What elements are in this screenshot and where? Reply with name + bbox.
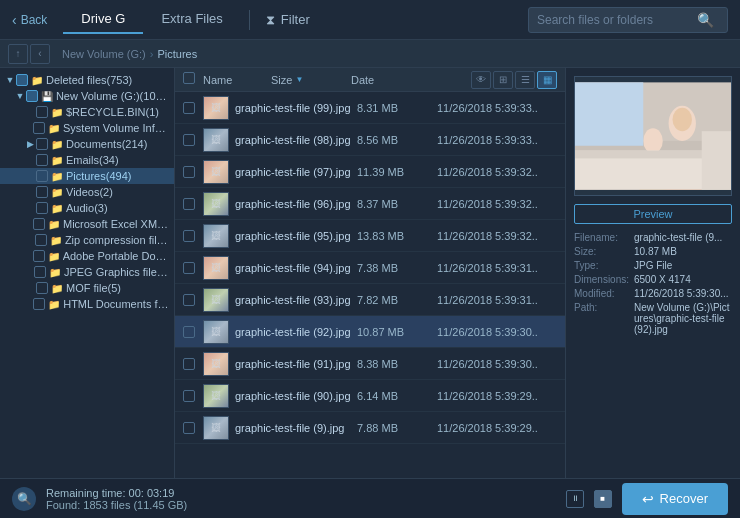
tab-drive-g[interactable]: Drive G [63, 5, 143, 34]
file-check-box[interactable] [183, 198, 195, 210]
recover-button[interactable]: ↩ Recover [622, 483, 728, 515]
tree-item-jpeg[interactable]: 📁JPEG Graphics file(233) [0, 264, 174, 280]
file-check-box[interactable] [183, 422, 195, 434]
tree-item-docs[interactable]: ▶📁Documents(214) [0, 136, 174, 152]
file-checkbox[interactable] [183, 262, 203, 274]
file-row[interactable]: 🖼graphic-test-file (96).jpg8.37 MB11/26/… [175, 188, 565, 220]
search-button[interactable]: 🔍 [697, 12, 714, 28]
tree-toggle-deleted[interactable]: ▼ [4, 75, 16, 85]
file-check-box[interactable] [183, 294, 195, 306]
file-row[interactable]: 🖼graphic-test-file (99).jpg8.31 MB11/26/… [175, 92, 565, 124]
file-name: graphic-test-file (9).jpg [235, 422, 357, 434]
tree-checkbox-excel[interactable] [33, 218, 45, 230]
filter-button[interactable]: ⧗ Filter [258, 8, 318, 32]
file-row[interactable]: 🖼graphic-test-file (91).jpg8.38 MB11/26/… [175, 348, 565, 380]
breadcrumb-up-button[interactable]: ↑ [8, 44, 28, 64]
file-row[interactable]: 🖼graphic-test-file (93).jpg7.82 MB11/26/… [175, 284, 565, 316]
tree-checkbox-zip[interactable] [35, 234, 47, 246]
tree-checkbox-videos[interactable] [36, 186, 48, 198]
col-header-date[interactable]: Date [351, 74, 471, 86]
preview-view-btn[interactable]: 👁 [471, 71, 491, 89]
tree-item-pictures[interactable]: 📁Pictures(494) [0, 168, 174, 184]
pause-button[interactable]: ⏸ [566, 490, 584, 508]
file-check-box[interactable] [183, 102, 195, 114]
tree-checkbox-docs[interactable] [36, 138, 48, 150]
file-row[interactable]: 🖼graphic-test-file (94).jpg7.38 MB11/26/… [175, 252, 565, 284]
file-size: 7.82 MB [357, 294, 437, 306]
list-view-btn[interactable]: ☰ [515, 71, 535, 89]
tree-checkbox-mof[interactable] [36, 282, 48, 294]
tree-item-adobe[interactable]: 📁Adobe Portable Docume... [0, 248, 174, 264]
file-checkbox[interactable] [183, 102, 203, 114]
file-thumbnail: 🖼 [203, 192, 229, 216]
file-name: graphic-test-file (92).jpg [235, 326, 357, 338]
preview-button[interactable]: Preview [574, 204, 732, 224]
file-check-box[interactable] [183, 134, 195, 146]
file-row[interactable]: 🖼graphic-test-file (92).jpg10.87 MB11/26… [175, 316, 565, 348]
thumb-icon: 🖼 [211, 230, 221, 241]
file-row[interactable]: 🖼graphic-test-file (97).jpg11.39 MB11/26… [175, 156, 565, 188]
file-size: 10.87 MB [357, 326, 437, 338]
col-header-name[interactable]: Name [203, 74, 271, 86]
file-row[interactable]: 🖼graphic-test-file (98).jpg8.56 MB11/26/… [175, 124, 565, 156]
file-check-box[interactable] [183, 390, 195, 402]
file-checkbox[interactable] [183, 294, 203, 306]
file-check-box[interactable] [183, 326, 195, 338]
search-input[interactable] [537, 13, 697, 27]
select-all-checkbox[interactable] [183, 72, 195, 84]
tree-checkbox-recycle[interactable] [36, 106, 48, 118]
tree-checkbox-deleted[interactable] [16, 74, 28, 86]
tree-item-emails[interactable]: 📁Emails(34) [0, 152, 174, 168]
tree-checkbox-html[interactable] [33, 298, 45, 310]
file-check-box[interactable] [183, 230, 195, 242]
content-area: Name Size ▼ Date 👁⊞☰▦ 🖼graphic-test-file… [175, 68, 565, 478]
tree-item-sysvol[interactable]: 📁System Volume Informa... [0, 120, 174, 136]
breadcrumb-back-button[interactable]: ‹ [30, 44, 50, 64]
file-check-box[interactable] [183, 166, 195, 178]
grid-view-btn[interactable]: ⊞ [493, 71, 513, 89]
tree-item-videos[interactable]: 📁Videos(2) [0, 184, 174, 200]
tab-extra-files[interactable]: Extra Files [143, 5, 240, 34]
file-checkbox[interactable] [183, 198, 203, 210]
tree-checkbox-audio[interactable] [36, 202, 48, 214]
tree-item-mof[interactable]: 📁MOF file(5) [0, 280, 174, 296]
tree-item-html[interactable]: 📁HTML Documents file(1... [0, 296, 174, 312]
file-check-box[interactable] [183, 358, 195, 370]
back-arrow-icon: ‹ [12, 12, 17, 28]
file-name: graphic-test-file (94).jpg [235, 262, 357, 274]
col-header-size[interactable]: Size ▼ [271, 74, 351, 86]
detail-view-btn[interactable]: ▦ [537, 71, 557, 89]
file-checkbox[interactable] [183, 230, 203, 242]
file-checkbox[interactable] [183, 422, 203, 434]
file-checkbox[interactable] [183, 390, 203, 402]
tree-checkbox-adobe[interactable] [33, 250, 45, 262]
tree-checkbox-jpeg[interactable] [34, 266, 46, 278]
tree-toggle-docs[interactable]: ▶ [24, 139, 36, 149]
tree-item-deleted[interactable]: ▼📁Deleted files(753) [0, 72, 174, 88]
tree-checkbox-pictures[interactable] [36, 170, 48, 182]
file-checkbox[interactable] [183, 166, 203, 178]
file-thumbnail: 🖼 [203, 256, 229, 280]
stop-button[interactable]: ■ [594, 490, 612, 508]
tree-item-zip[interactable]: 📁Zip compression file(1) [0, 232, 174, 248]
back-button[interactable]: ‹ Back [12, 12, 47, 28]
file-check-box[interactable] [183, 262, 195, 274]
tree-toggle-newvol[interactable]: ▼ [14, 91, 26, 101]
file-row[interactable]: 🖼graphic-test-file (9).jpg7.88 MB11/26/2… [175, 412, 565, 444]
file-checkbox[interactable] [183, 358, 203, 370]
file-checkbox[interactable] [183, 326, 203, 338]
tree-checkbox-emails[interactable] [36, 154, 48, 166]
tree-folder-icon-adobe: 📁 [48, 251, 60, 262]
tree-item-newvol[interactable]: ▼💾New Volume (G:)(1016) [0, 88, 174, 104]
file-row[interactable]: 🖼graphic-test-file (95).jpg13.83 MB11/26… [175, 220, 565, 252]
file-row[interactable]: 🖼graphic-test-file (90).jpg6.14 MB11/26/… [175, 380, 565, 412]
breadcrumb-root[interactable]: New Volume (G:) [62, 48, 146, 60]
meta-path-row: Path: New Volume (G:)\Pictures\graphic-t… [574, 302, 732, 335]
tree-item-audio[interactable]: 📁Audio(3) [0, 200, 174, 216]
file-date: 11/26/2018 5:39:29.. [437, 422, 557, 434]
file-checkbox[interactable] [183, 134, 203, 146]
tree-checkbox-sysvol[interactable] [33, 122, 45, 134]
tree-checkbox-newvol[interactable] [26, 90, 38, 102]
tree-item-recycle[interactable]: 📁$RECYCLE.BIN(1) [0, 104, 174, 120]
tree-item-excel[interactable]: 📁Microsoft Excel XML Do... [0, 216, 174, 232]
